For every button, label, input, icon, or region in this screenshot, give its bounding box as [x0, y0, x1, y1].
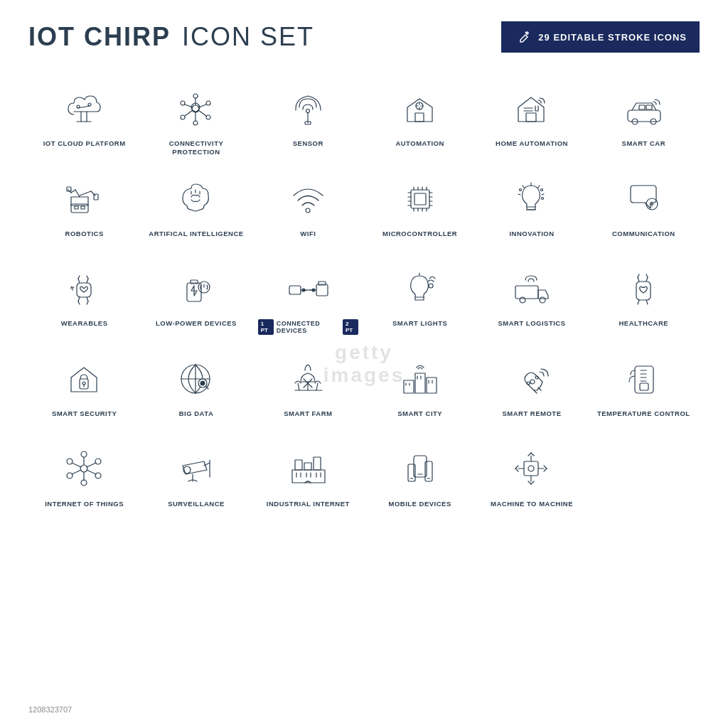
surveillance-label: SURVEILLANCE [168, 500, 225, 508]
svg-line-87 [87, 276, 88, 279]
wifi-label: WIFI [300, 230, 316, 238]
surveillance-icon [171, 444, 221, 494]
svg-point-51 [306, 208, 310, 213]
smart-car-icon [619, 84, 668, 134]
connectivity-protection-label: CONNECTIVITY PROTECTION [146, 139, 246, 157]
svg-line-128 [316, 383, 318, 390]
svg-point-9 [206, 101, 210, 105]
svg-line-75 [523, 186, 524, 188]
icon-cell-sensor: SENSOR [252, 74, 364, 164]
icon-cell-smart-lights: SMART LIGHTS [364, 254, 476, 344]
microcontroller-label: MICROCONTROLLER [382, 230, 457, 238]
internet-of-things-label: INTERNET OF THINGS [45, 500, 124, 508]
svg-point-13 [181, 101, 185, 105]
svg-line-114 [638, 300, 639, 304]
connectivity-protection-icon [171, 84, 221, 134]
icon-cell-surveillance: SURVEILLANCE [140, 434, 252, 525]
automation-label: AUTOMATION [395, 139, 444, 148]
sensor-label: SENSOR [293, 139, 323, 148]
smart-farm-label: SMART FARM [284, 410, 332, 418]
pt1-badge: 1 PT [258, 319, 274, 335]
svg-line-91 [87, 301, 88, 304]
svg-rect-23 [415, 113, 424, 122]
svg-point-142 [527, 382, 530, 385]
svg-point-140 [530, 380, 535, 384]
icon-cell-microcontroller: MICROCONTROLLER [364, 164, 476, 255]
svg-line-40 [71, 190, 75, 193]
pen-icon [514, 28, 531, 46]
smart-city-icon [395, 354, 445, 404]
artificial-intelligence-icon [171, 174, 221, 224]
robotics-label: ROBOTICS [65, 230, 104, 238]
connected-devices-pt-row: 1 PT CONNECTED DEVICES 2 PT [258, 319, 358, 335]
svg-line-158 [87, 470, 96, 474]
wifi-icon [283, 174, 333, 224]
icon-cell-home-automation: HOME AUTOMATION [476, 74, 587, 164]
svg-rect-168 [304, 463, 311, 470]
svg-line-157 [87, 463, 96, 467]
svg-rect-96 [289, 286, 301, 294]
iot-cloud-platform-icon [60, 84, 109, 134]
innovation-label: INNOVATION [509, 230, 554, 238]
communication-label: COMMUNICATION [612, 230, 675, 238]
icon-cell-smart-car: SMART CAR [588, 74, 700, 164]
svg-rect-129 [404, 380, 414, 393]
svg-line-191 [528, 481, 531, 484]
svg-point-108 [540, 297, 545, 303]
svg-line-43 [80, 191, 91, 196]
svg-line-85 [78, 276, 80, 279]
svg-line-18 [185, 110, 193, 116]
svg-point-155 [67, 459, 73, 464]
innovation-icon [507, 174, 557, 224]
svg-point-154 [67, 473, 73, 478]
artificial-intelligence-label: ARTIFICAL INTELLIGENCE [149, 230, 243, 238]
svg-point-104 [429, 284, 433, 288]
svg-point-100 [302, 289, 305, 291]
svg-point-107 [520, 297, 525, 303]
icon-cell-automation: AUTOMATION [364, 74, 476, 164]
temperature-control-icon [619, 354, 668, 404]
icon-cell-smart-farm: SMART FARM [252, 344, 364, 434]
svg-line-44 [91, 191, 95, 196]
svg-point-195 [528, 466, 534, 471]
svg-point-22 [306, 109, 309, 112]
smart-city-label: SMART CITY [397, 410, 442, 418]
svg-line-112 [646, 277, 648, 282]
svg-point-149 [80, 465, 87, 472]
internet-of-things-icon [60, 444, 109, 494]
mobile-devices-icon [395, 444, 445, 494]
svg-rect-166 [292, 470, 325, 483]
title-main: IOT CHIRP [28, 22, 171, 52]
connected-devices-icon [283, 264, 333, 314]
footer-id-text: 1208323707 [28, 705, 72, 714]
icon-cell-iot-cloud-platform: IOT CLOUD PLATFORM [28, 74, 140, 164]
icon-cell-temperature-control: TEMPERATURE CONTROL [588, 344, 700, 434]
smart-lights-icon [395, 264, 445, 314]
svg-rect-97 [316, 284, 328, 296]
mobile-devices-label: MOBILE DEVICES [389, 500, 451, 508]
svg-rect-35 [639, 105, 645, 109]
badge: 29 EDITABLE STROKE ICONS [501, 21, 700, 53]
svg-rect-106 [515, 286, 538, 299]
wearables-icon [60, 264, 109, 314]
icon-cell-smart-city: SMART CITY [364, 344, 476, 434]
svg-rect-130 [415, 373, 425, 393]
icons-grid: IOT CLOUD PLATFORM [28, 74, 700, 524]
healthcare-icon [619, 264, 668, 314]
svg-line-16 [198, 110, 206, 116]
smart-logistics-icon [507, 264, 557, 314]
svg-point-12 [181, 115, 185, 119]
icon-cell-innovation: INNOVATION [476, 164, 587, 255]
wearables-label: WEARABLES [61, 319, 108, 328]
sensor-icon [283, 84, 333, 134]
low-power-devices-label: LOW-POWER DEVICES [156, 319, 237, 328]
svg-rect-47 [81, 206, 85, 209]
svg-line-90 [87, 297, 88, 301]
connected-devices-label: CONNECTED DEVICES [277, 320, 340, 334]
svg-line-74 [542, 194, 544, 195]
svg-line-160 [72, 470, 81, 474]
icon-cell-smart-remote: SMART REMOTE [476, 344, 587, 434]
svg-rect-167 [295, 460, 302, 470]
title-block: IOT CHIRP ICON SET [28, 22, 314, 52]
svg-line-89 [78, 301, 80, 304]
